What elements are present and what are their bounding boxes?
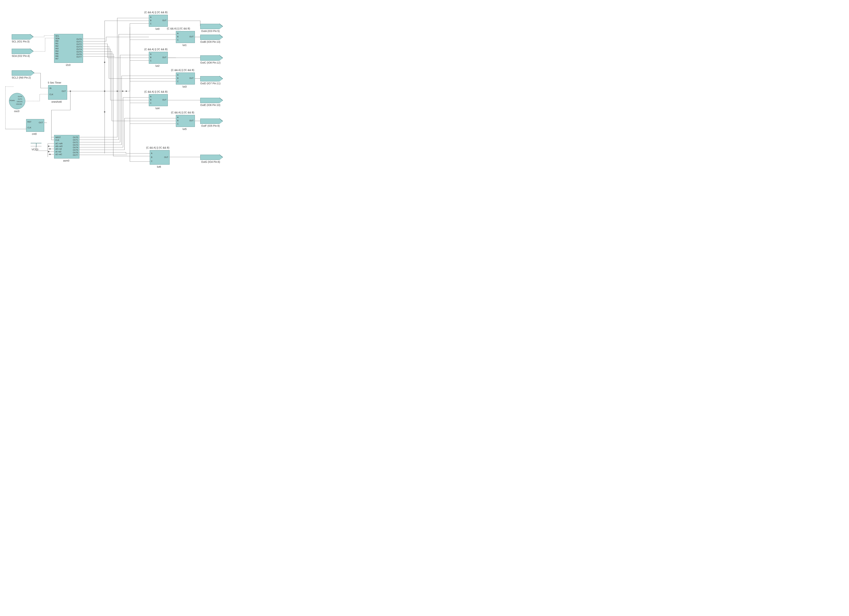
- port-oute-label: OutE (IO6 Pin:10): [200, 104, 220, 106]
- lut6-block: A B C OUT: [150, 150, 170, 165]
- oneshot-title: 5 Sec Timer: [48, 81, 61, 84]
- lut3-formula: (C && A) || (!C && B): [171, 69, 194, 72]
- port-outd-label: OutD (IO7 Pin:11): [200, 82, 220, 85]
- lut4-b: B: [150, 99, 151, 101]
- lut1-block: A B C OUT: [176, 31, 195, 43]
- lut4-a: A: [150, 95, 151, 98]
- asm0-block: NRST CLK stC->stN stN->stO stO->stI stI-…: [54, 135, 79, 158]
- asm-out2: OUT2: [73, 141, 78, 143]
- asm-clk: CLK: [55, 139, 59, 141]
- lut1-formula: (C && A) || (!C && B): [167, 27, 190, 30]
- osc-out0: OUT0: [18, 95, 22, 97]
- lut2-formula: (C && A) || (!C && B): [144, 48, 168, 51]
- lut1-out: OUT: [189, 36, 194, 38]
- asm-out6: OUT6: [73, 151, 78, 154]
- asm-out3: OUT3: [73, 144, 78, 146]
- asm-t4: st2->stC: [55, 154, 62, 155]
- i2c-in7: IN7: [55, 58, 58, 60]
- cnt0-block: RST CLK OUT: [26, 119, 44, 132]
- i2c-out2: OUT2: [76, 43, 82, 45]
- i2c-in1: IN1: [55, 42, 58, 45]
- port-outa: [200, 24, 220, 29]
- lut3-label: lut3: [183, 85, 187, 88]
- oneshot0-block: IN CLK OUT: [48, 85, 67, 100]
- lut2-out: OUT: [162, 56, 167, 58]
- port-outd: [200, 76, 220, 81]
- lut0-b: B: [150, 19, 151, 21]
- osc-osc01: OSC0/1: [17, 101, 22, 103]
- lut1-label: lut1: [183, 44, 187, 46]
- i2c-in3: IN3: [55, 48, 58, 50]
- i2c-out5: OUT5: [76, 51, 82, 53]
- port-scl-label: SCL (IO1 Pin:3): [12, 40, 30, 43]
- lut5-formula: (C && A) || (!C && B): [171, 111, 194, 114]
- lut5-a: A: [177, 116, 179, 118]
- svg-point-3: [48, 151, 49, 152]
- i2c-out4: OUT4: [76, 48, 82, 50]
- lut0-formula: (C && A) || (!C && B): [144, 11, 168, 14]
- lut6-out: OUT: [164, 156, 168, 158]
- osc0-block: PDWN OUT0 OUT1 OSC0/1 OSC0/8: [9, 93, 25, 109]
- lut4-formula: (C && A) || (!C && B): [144, 90, 168, 93]
- cnt-rst: RST: [27, 121, 31, 123]
- oneshot-in: IN: [49, 87, 51, 89]
- osc-osc08: OSC0/8: [16, 103, 22, 105]
- port-outc: [200, 55, 220, 61]
- lut2-b: B: [150, 56, 151, 58]
- svg-point-7: [104, 111, 105, 112]
- asm-nrst: NRST: [55, 136, 61, 139]
- lut0-out: OUT: [162, 19, 167, 21]
- port-outf-label: OutF (IO5 Pin:9): [201, 124, 220, 127]
- svg-point-10: [126, 91, 127, 92]
- lut2-a: A: [150, 53, 151, 55]
- port-outg: [200, 155, 220, 160]
- lut6-formula: (C && A) || (!C && B): [146, 146, 170, 149]
- lut1-b: B: [177, 36, 179, 38]
- lut3-c: C: [177, 80, 179, 82]
- svg-point-4: [49, 154, 51, 155]
- lut0-c: C: [150, 22, 152, 25]
- i2c-in6: IN6: [55, 55, 58, 57]
- cnt-out: OUT: [39, 121, 43, 124]
- port-sda: [12, 49, 30, 54]
- osc-out1: OUT1: [18, 98, 22, 100]
- asm0-label: asm0: [63, 159, 69, 162]
- port-scl2: [12, 70, 31, 76]
- asm-out5: OUT5: [73, 149, 78, 151]
- lut6-a: A: [151, 152, 152, 154]
- lut2-block: A B C OUT: [149, 52, 168, 64]
- svg-point-9: [122, 91, 123, 92]
- lut6-b: B: [151, 156, 152, 158]
- lut3-block: A B C OUT: [176, 73, 195, 85]
- lut5-b: B: [177, 119, 179, 122]
- port-outb: [200, 35, 220, 40]
- lut1-a: A: [177, 32, 179, 34]
- lut4-block: A B C OUT: [149, 94, 168, 106]
- svg-point-6: [104, 91, 105, 92]
- i2c-out0: OUT0: [76, 38, 82, 40]
- lut5-c: C: [177, 123, 179, 125]
- asm-t3: stI->st2: [55, 151, 61, 153]
- lut5-label: lut5: [183, 128, 187, 130]
- i2c-in0: IN0: [55, 40, 58, 42]
- diagram-canvas: SCL (IO1 Pin:3) SDA (IO2 Pin:4) SCL2 (IN…: [4, 4, 235, 177]
- lut5-block: A B C OUT: [176, 115, 195, 127]
- asm-t2: stO->stI: [55, 148, 62, 150]
- svg-point-0: [70, 91, 71, 92]
- lut2-label: lut2: [155, 64, 160, 67]
- i2c-in5: IN5: [55, 52, 58, 55]
- port-outb-label: OutB (IO9 Pin:13): [200, 40, 220, 43]
- port-outa-label: OutA (IO3 Pin:5): [201, 30, 220, 33]
- oneshot0-label: oneshot0: [51, 100, 62, 103]
- i2c-in4: IN4: [55, 50, 58, 52]
- port-outc-label: OutC (IO8 Pin:12): [200, 61, 220, 64]
- oneshot-out: OUT: [62, 90, 66, 92]
- cnt0-label: cnt0: [32, 133, 37, 135]
- port-scl2-label: SCL2 (IN0 Pin:2): [12, 76, 31, 79]
- lut4-label: lut4: [155, 107, 160, 110]
- cnt-clk: CLK: [27, 127, 31, 129]
- lut3-out: OUT: [189, 77, 194, 79]
- wires-layer: [4, 4, 235, 177]
- svg-point-8: [117, 91, 118, 92]
- svg-point-5: [104, 62, 105, 63]
